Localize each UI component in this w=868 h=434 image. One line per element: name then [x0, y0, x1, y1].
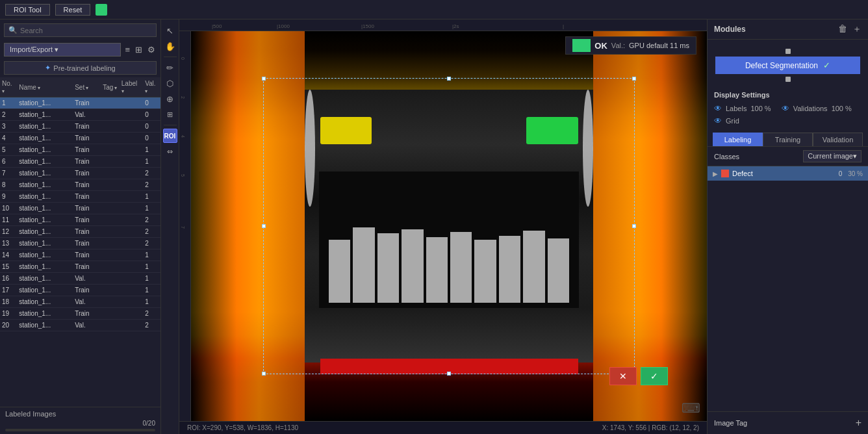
draw-tool[interactable]: ✏	[163, 60, 177, 75]
roi-coordinates: ROI: X=290, Y=538, W=1836, H=1130	[187, 424, 298, 431]
roi-handle-tm[interactable]	[447, 77, 451, 81]
row-no: 6	[0, 156, 17, 168]
table-row[interactable]: 8 station_1... Train 2	[0, 179, 160, 191]
table-row[interactable]: 19 station_1... Train 2	[0, 308, 160, 320]
row-no: 3	[0, 121, 17, 133]
add-module-icon[interactable]: ＋	[852, 23, 862, 35]
settings-icon[interactable]: ⚙	[146, 44, 157, 56]
defect-seg-container: Defect Segmentation ✓	[715, 49, 860, 82]
keyboard-shortcut-icon[interactable]: ⌨	[682, 400, 700, 416]
measure-tool[interactable]: ⇔	[163, 144, 177, 159]
table-row[interactable]: 3 station_1... Train 0	[0, 121, 160, 133]
delete-module-icon[interactable]: 🗑	[838, 23, 847, 35]
tab-training[interactable]: Training	[763, 133, 813, 146]
pretrained-labeling-button[interactable]: ✦ Pre-trained labeling	[4, 61, 157, 75]
roi-tool[interactable]: ROI	[163, 129, 177, 143]
cursor-tool[interactable]: ↖	[163, 23, 177, 38]
col-val[interactable]: Val.	[143, 77, 160, 97]
crop-tool[interactable]: ⊞	[163, 107, 177, 121]
confirm-cancel-button[interactable]: ✕	[609, 367, 637, 385]
defect-segmentation-button[interactable]: Defect Segmentation ✓	[715, 57, 860, 74]
import-export-button[interactable]: Import/Export ▾	[4, 43, 121, 57]
row-tag	[101, 214, 120, 226]
display-settings-title: Display Settings	[714, 91, 862, 99]
roi-selection-box[interactable]	[263, 78, 635, 374]
reset-button[interactable]: Reset	[55, 4, 91, 16]
table-row[interactable]: 5 station_1... Train 1	[0, 144, 160, 156]
row-val: 1	[143, 144, 160, 156]
grid-eye-icon[interactable]: 👁	[714, 116, 722, 125]
roi-handle-tr[interactable]	[632, 77, 636, 81]
col-tag[interactable]: Tag	[101, 77, 120, 97]
class-name-label: Defect	[732, 170, 836, 177]
roi-handle-bl[interactable]	[262, 372, 266, 376]
row-label	[120, 133, 143, 144]
table-row[interactable]: 15 station_1... Train 1	[0, 261, 160, 273]
hand-tool[interactable]: ✋	[163, 39, 177, 53]
row-tag	[101, 191, 120, 203]
table-row[interactable]: 13 station_1... Train 2	[0, 238, 160, 249]
col-label[interactable]: Label	[120, 77, 143, 97]
labels-eye-icon[interactable]: 👁	[714, 104, 722, 113]
row-val: 2	[143, 168, 160, 179]
table-row[interactable]: 2 station_1... Val. 0	[0, 109, 160, 121]
modules-header: Modules 🗑 ＋	[708, 19, 868, 40]
roi-handle-tl[interactable]	[262, 77, 266, 81]
row-tag	[101, 109, 120, 121]
col-set[interactable]: Set	[73, 77, 101, 97]
row-tag	[101, 320, 120, 331]
table-row[interactable]: 6 station_1... Train 1	[0, 156, 160, 168]
roi-tool-button[interactable]: ROI Tool	[5, 4, 50, 16]
row-tag	[101, 144, 120, 156]
image-tag-add-icon[interactable]: +	[856, 417, 862, 429]
grid-icon[interactable]: ⊞	[134, 44, 144, 56]
row-no: 14	[0, 249, 17, 261]
col-name[interactable]: Name	[17, 77, 73, 97]
row-label	[120, 238, 143, 249]
row-set: Train	[73, 285, 101, 296]
table-row[interactable]: 10 station_1... Train 1	[0, 203, 160, 214]
class-defect-row[interactable]: ▶ Defect 0 30 %	[708, 166, 868, 181]
pixel-coordinates: X: 1743, Y: 556 | RGB: (12, 12, 2)	[602, 424, 699, 431]
row-name: station_1...	[17, 168, 73, 179]
labels-eye-icon2[interactable]: 👁	[782, 104, 789, 113]
table-row[interactable]: 18 station_1... Val. 1	[0, 296, 160, 308]
table-row[interactable]: 17 station_1... Train 1	[0, 285, 160, 296]
table-row[interactable]: 1 station_1... Train 0	[0, 97, 160, 109]
table-row[interactable]: 16 station_1... Val. 1	[0, 273, 160, 285]
tab-validation[interactable]: Validation	[813, 133, 863, 146]
row-tag	[101, 285, 120, 296]
confirm-accept-button[interactable]: ✓	[641, 367, 668, 385]
row-label	[120, 121, 143, 133]
list-icon[interactable]: ≡	[123, 44, 131, 56]
roi-handle-mr[interactable]	[632, 224, 636, 228]
table-row[interactable]: 12 station_1... Train 2	[0, 226, 160, 238]
table-row[interactable]: 14 station_1... Train 1	[0, 249, 160, 261]
row-tag	[101, 179, 120, 191]
magic-wand-icon: ✦	[45, 64, 51, 72]
row-name: station_1...	[17, 97, 73, 109]
table-row[interactable]: 9 station_1... Train 1	[0, 191, 160, 203]
roi-handle-ml[interactable]	[262, 224, 266, 228]
roi-handle-bm[interactable]	[447, 372, 451, 376]
tool-divider-1	[164, 57, 177, 57]
modules-title: Modules	[714, 25, 746, 34]
search-input[interactable]	[20, 27, 152, 34]
polygon-tool[interactable]: ⬡	[163, 76, 177, 90]
magic-tool[interactable]: ⊕	[163, 92, 177, 106]
table-row[interactable]: 20 station_1... Val. 2	[0, 320, 160, 331]
row-label	[120, 296, 143, 308]
row-val: 1	[143, 273, 160, 285]
search-bar[interactable]: 🔍	[4, 23, 157, 37]
table-row[interactable]: 11 station_1... Train 2	[0, 214, 160, 226]
current-image-button[interactable]: Current image▾	[803, 150, 862, 162]
defect-seg-label: Defect Segmentation	[745, 61, 818, 70]
class-expand-icon[interactable]: ▶	[713, 170, 718, 177]
row-tag	[101, 168, 120, 179]
col-no[interactable]: No.	[0, 77, 17, 97]
row-set: Train	[73, 156, 101, 168]
table-row[interactable]: 4 station_1... Train 0	[0, 133, 160, 144]
tab-labeling[interactable]: Labeling	[713, 133, 763, 146]
canvas-viewport[interactable]: OK Val.: GPU default 11 ms ✕ ✓ ⌨	[191, 31, 707, 421]
table-row[interactable]: 7 station_1... Train 2	[0, 168, 160, 179]
